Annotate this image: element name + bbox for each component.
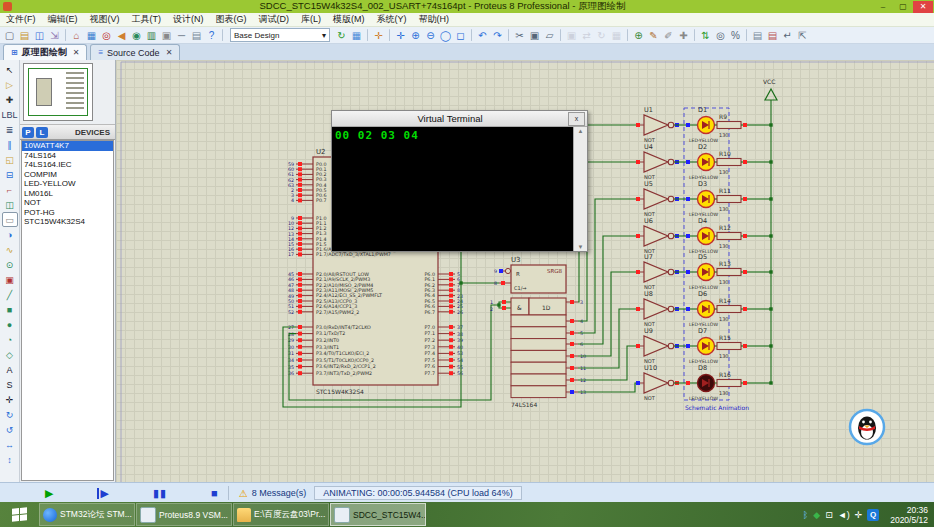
design-explorer-icon[interactable]: ◉ [129, 28, 144, 42]
virtual-terminal-titlebar[interactable]: Virtual Terminal x [332, 111, 587, 127]
not-gate-u6[interactable] [644, 226, 668, 246]
input-method-icon[interactable]: ✛ [855, 510, 863, 520]
resistor-r9[interactable] [717, 122, 741, 129]
wire-autorouter-icon[interactable]: ⇅ [698, 28, 713, 42]
device-list-item[interactable]: 74LS164.IEC [22, 160, 113, 170]
netlist-icon[interactable]: ─ [174, 28, 189, 42]
selection-mode[interactable]: ↖ [2, 62, 18, 77]
title-bar[interactable]: SDCC_STC15W4k32S4_002_USART+74s164pt - P… [0, 0, 934, 13]
resistor-r13[interactable] [717, 269, 741, 276]
wire-shift-to-u10[interactable] [578, 383, 636, 392]
terminal-output[interactable]: 00 02 03 04 [332, 127, 573, 251]
cut-icon[interactable]: ✂ [512, 28, 527, 42]
not-gate-u10[interactable] [644, 373, 668, 393]
2d-circle-mode[interactable]: ● [2, 317, 18, 332]
2d-line-mode[interactable]: ╱ [2, 287, 18, 302]
new-design-icon[interactable]: ▢ [2, 28, 17, 42]
undo-icon[interactable]: ↶ [475, 28, 490, 42]
make-device-icon[interactable]: ✎ [646, 28, 661, 42]
origin-icon[interactable]: ✛ [371, 28, 386, 42]
close-button[interactable]: ✕ [913, 1, 933, 13]
virtual-instruments-mode[interactable]: ▣ [2, 272, 18, 287]
mirror-h-icon[interactable]: ↔ [2, 437, 18, 452]
zoom-out-icon[interactable]: ⊖ [423, 28, 438, 42]
gerber-output-icon[interactable]: ◀ [114, 28, 129, 42]
device-list-item[interactable]: POT-HG [22, 208, 113, 218]
not-gate-u5[interactable] [644, 189, 668, 209]
menu-item[interactable]: 编辑(E) [42, 13, 84, 26]
pause-simulation-button[interactable]: ▮▮ [153, 488, 167, 499]
tab-close-icon[interactable]: ✕ [73, 48, 80, 57]
paste-icon[interactable]: ▱ [542, 28, 557, 42]
menu-item[interactable]: 库(L) [295, 13, 327, 26]
not-gate-u9[interactable] [644, 336, 668, 356]
tab-source-code[interactable]: ≡ Source Code ✕ [90, 44, 180, 60]
2d-text-mode[interactable]: A [2, 362, 18, 377]
terminals-mode[interactable]: ⊟ [2, 167, 18, 182]
vcc-terminal[interactable] [765, 89, 777, 100]
tab-schematic-capture[interactable]: ⊞ 原理图绘制 ✕ [3, 44, 87, 60]
redo-icon[interactable]: ↷ [490, 28, 505, 42]
taskbar-item[interactable]: SDCC_STC15W4... [330, 503, 426, 526]
resistor-r15[interactable] [717, 343, 741, 350]
device-list-item[interactable]: NOT [22, 198, 113, 208]
device-list-item[interactable]: LED-YELLOW [22, 179, 113, 189]
2d-arc-mode[interactable]: ◔ [2, 332, 18, 347]
menu-item[interactable]: 模版(M) [327, 13, 371, 26]
taskbar-item[interactable]: E:\百度云盘03\Pr... [233, 503, 329, 526]
pcb-layout-icon[interactable]: ◎ [99, 28, 114, 42]
virtual-terminal-close-button[interactable]: x [568, 112, 585, 126]
device-pins-mode[interactable]: ⌐ [2, 182, 18, 197]
volume-icon[interactable]: ◄) [838, 510, 850, 520]
taskbar-clock[interactable]: 20:36 2020/5/12 [884, 505, 928, 525]
display-icon[interactable]: ⊡ [825, 510, 833, 520]
maximize-button[interactable]: ▢ [893, 1, 913, 13]
taskbar-item[interactable]: STM32论坛 STM... [39, 503, 135, 526]
menu-item[interactable]: 文件(F) [0, 13, 42, 26]
pick-devices-button[interactable]: P [22, 127, 34, 138]
scroll-up-icon[interactable]: ▲ [578, 128, 584, 134]
buses-mode[interactable]: ∥ [2, 137, 18, 152]
rotate-cw-icon[interactable]: ↻ [2, 407, 18, 422]
qq-floating-icon[interactable] [847, 407, 887, 447]
device-list-item[interactable]: COMPIM [22, 170, 113, 180]
design-selector-combobox[interactable]: Base Design▾ [230, 28, 330, 42]
bom-icon[interactable]: ▥ [144, 28, 159, 42]
remove-sheet-icon[interactable]: ▤ [765, 28, 780, 42]
wire-shift-to-u9[interactable] [578, 346, 636, 380]
block-copy-icon[interactable]: ▣ [564, 28, 579, 42]
zoom-area-icon[interactable]: ◻ [453, 28, 468, 42]
mirror-v-icon[interactable]: ↕ [2, 452, 18, 467]
report-icon[interactable]: ▤ [189, 28, 204, 42]
bluetooth-icon[interactable]: ᛒ [803, 510, 808, 520]
block-rotate-icon[interactable]: ↻ [594, 28, 609, 42]
virtual-terminal-window[interactable]: Virtual Terminal x 00 02 03 04 ▲ ▼ [331, 110, 588, 252]
exit-to-parent-icon[interactable]: ⇱ [795, 28, 810, 42]
property-assignment-icon[interactable]: % [728, 28, 743, 42]
tape-recorder-mode[interactable]: ▭ [2, 212, 18, 227]
not-gate-u7[interactable] [644, 262, 668, 282]
not-gate-u8[interactable] [644, 299, 668, 319]
wire-label-mode[interactable]: LBL [2, 107, 18, 122]
minimize-button[interactable]: – [873, 1, 893, 13]
import-project-icon[interactable]: ⇲ [47, 28, 62, 42]
resistor-r10[interactable] [717, 159, 741, 166]
component-mode[interactable]: ▷ [2, 77, 18, 92]
save-design-icon[interactable]: ◫ [32, 28, 47, 42]
2d-box-mode[interactable]: ■ [2, 302, 18, 317]
stop-simulation-button[interactable]: ■ [211, 488, 218, 499]
generator-mode[interactable]: ◑ [2, 227, 18, 242]
find-component-icon[interactable]: ◎ [713, 28, 728, 42]
not-gate-u4[interactable] [644, 152, 668, 172]
subcircuit-mode[interactable]: ◱ [2, 152, 18, 167]
block-delete-icon[interactable]: ▦ [609, 28, 624, 42]
resistor-r14[interactable] [717, 306, 741, 313]
schematic-canvas[interactable]: U2STC15W4K32S459P0.060P0.161P0.262P0.363… [116, 60, 934, 482]
resistor-r16[interactable] [717, 380, 741, 387]
electrical-rule-check-icon[interactable]: ▣ [159, 28, 174, 42]
messages-link[interactable]: 8 Message(s) [252, 488, 307, 498]
menu-item[interactable]: 视图(V) [84, 13, 126, 26]
block-move-icon[interactable]: ⇄ [579, 28, 594, 42]
scroll-down-icon[interactable]: ▼ [578, 244, 584, 250]
menu-item[interactable]: 设计(N) [167, 13, 210, 26]
